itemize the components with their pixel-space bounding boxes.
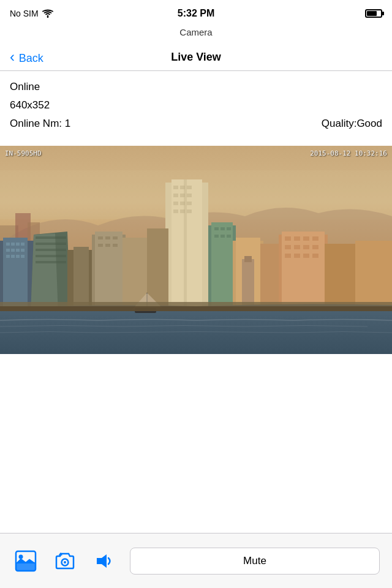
speaker-icon <box>93 550 115 572</box>
svg-rect-80 <box>0 311 392 354</box>
svg-rect-38 <box>173 209 178 213</box>
camera-button[interactable] <box>51 548 78 575</box>
svg-rect-34 <box>187 194 192 197</box>
svg-rect-32 <box>173 194 178 197</box>
status-right <box>365 9 382 18</box>
online-quality-row: Online Nm: 1 Quality:Good <box>10 118 382 130</box>
svg-rect-10 <box>21 243 24 246</box>
speaker-button[interactable] <box>91 548 118 575</box>
resolution-text: 640x352 <box>10 99 50 111</box>
svg-rect-11 <box>6 249 10 252</box>
svg-rect-18 <box>21 255 24 258</box>
battery-icon <box>365 9 382 18</box>
skyline-image <box>0 146 392 354</box>
svg-rect-17 <box>16 255 20 258</box>
svg-rect-8 <box>11 243 15 246</box>
svg-rect-67 <box>312 236 318 241</box>
svg-rect-9 <box>16 243 20 246</box>
status-text: Online <box>10 81 40 93</box>
gallery-icon <box>15 550 37 572</box>
svg-rect-73 <box>294 254 300 258</box>
svg-rect-36 <box>180 202 185 205</box>
svg-rect-31 <box>187 186 192 189</box>
svg-rect-23 <box>36 261 66 263</box>
svg-point-87 <box>19 554 23 559</box>
wifi-icon <box>42 9 53 18</box>
status-left: No SIM <box>10 9 53 18</box>
svg-rect-14 <box>21 249 24 252</box>
svg-rect-43 <box>98 236 103 239</box>
page-title: Live View <box>171 51 221 64</box>
svg-rect-58 <box>227 235 231 238</box>
svg-rect-54 <box>221 227 225 230</box>
svg-rect-37 <box>187 202 192 205</box>
camera-overlay-tl: IN-5905HD <box>5 149 42 157</box>
svg-rect-71 <box>312 245 318 249</box>
svg-rect-69 <box>294 245 300 249</box>
svg-rect-7 <box>6 243 10 246</box>
toolbar-icons <box>12 548 118 575</box>
svg-rect-70 <box>303 245 309 249</box>
online-nm-text: Online Nm: 1 <box>10 118 70 130</box>
svg-point-89 <box>64 561 66 564</box>
svg-rect-12 <box>11 249 15 252</box>
svg-rect-48 <box>113 244 118 247</box>
status-row: Online <box>10 81 382 93</box>
info-section: Online 640x352 Online Nm: 1 Quality:Good <box>0 71 392 141</box>
back-button[interactable]: Back <box>10 50 43 65</box>
svg-rect-13 <box>16 249 20 252</box>
svg-rect-84 <box>0 306 392 311</box>
svg-rect-20 <box>36 243 66 245</box>
carrier-text: No SIM <box>10 9 39 18</box>
svg-rect-44 <box>105 236 110 239</box>
camera-overlay-tr: 2015-08-12 10:32:16 <box>310 149 387 157</box>
svg-rect-16 <box>11 255 15 258</box>
svg-rect-33 <box>180 194 185 197</box>
svg-rect-68 <box>285 245 291 249</box>
svg-rect-45 <box>113 236 118 239</box>
svg-rect-35 <box>173 202 178 205</box>
svg-rect-86 <box>16 562 36 571</box>
svg-rect-39 <box>180 209 185 213</box>
svg-rect-29 <box>173 186 178 189</box>
svg-rect-75 <box>312 254 318 258</box>
svg-rect-21 <box>36 249 66 251</box>
bottom-toolbar: Mute <box>0 533 392 588</box>
svg-rect-57 <box>221 235 225 238</box>
nav-bar: Back Live View <box>0 43 392 70</box>
camera-icon <box>54 550 76 572</box>
svg-rect-30 <box>180 186 185 189</box>
mute-button[interactable]: Mute <box>130 548 380 575</box>
svg-rect-28 <box>184 179 187 320</box>
svg-rect-46 <box>98 244 103 247</box>
svg-rect-40 <box>187 209 192 213</box>
svg-rect-53 <box>214 227 219 230</box>
svg-rect-56 <box>214 235 219 238</box>
svg-rect-66 <box>303 236 309 241</box>
svg-rect-64 <box>285 236 291 241</box>
quality-text: Quality:Good <box>322 118 382 130</box>
svg-rect-79 <box>244 256 252 262</box>
status-bar: No SIM 5:32 PM <box>0 0 392 24</box>
status-time: 5:32 PM <box>178 8 214 19</box>
svg-rect-63 <box>282 232 325 314</box>
svg-rect-47 <box>105 244 110 247</box>
svg-rect-74 <box>303 254 309 258</box>
svg-rect-22 <box>36 255 66 257</box>
svg-rect-19 <box>36 236 66 239</box>
svg-rect-65 <box>294 236 300 241</box>
gallery-button[interactable] <box>12 548 39 575</box>
svg-rect-15 <box>6 255 10 258</box>
camera-feed: IN-5905HD 2015-08-12 10:32:16 <box>0 146 392 354</box>
resolution-row: 640x352 <box>10 99 382 111</box>
svg-marker-90 <box>97 554 107 568</box>
svg-rect-72 <box>285 254 291 258</box>
nav-subtitle: Camera <box>0 24 392 43</box>
svg-rect-55 <box>227 227 231 230</box>
